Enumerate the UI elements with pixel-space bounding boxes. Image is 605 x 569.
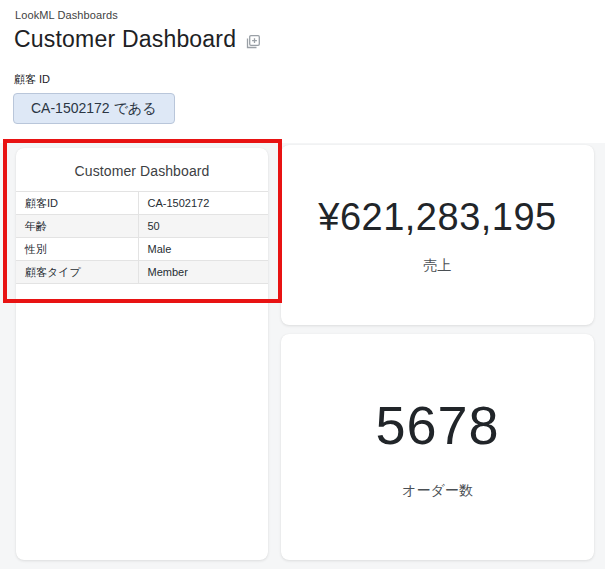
table-row: 年齢 50 <box>16 215 268 238</box>
sales-tile[interactable]: ¥621,283,195 売上 <box>281 145 594 325</box>
table-row: 顧客タイプ Member <box>16 261 268 284</box>
sales-label: 売上 <box>424 257 452 275</box>
tile-title: Customer Dashboard <box>16 148 268 191</box>
dashboard-header: LookML Dashboards Customer Dashboard 顧客 … <box>0 0 605 143</box>
orders-value: 5678 <box>375 394 499 456</box>
customer-detail-tile[interactable]: Customer Dashboard 顧客ID CA-1502172 年齢 50… <box>16 148 268 560</box>
row-label: 年齢 <box>16 215 138 238</box>
sales-value: ¥621,283,195 <box>318 196 556 239</box>
breadcrumb[interactable]: LookML Dashboards <box>15 9 118 21</box>
row-label: 性別 <box>16 238 138 261</box>
page-title: Customer Dashboard <box>14 26 236 53</box>
row-label: 顧客タイプ <box>16 261 138 284</box>
orders-tile[interactable]: 5678 オーダー数 <box>281 334 594 560</box>
copy-plus-icon[interactable] <box>245 34 261 50</box>
row-value: Member <box>138 261 268 284</box>
table-row: 顧客ID CA-1502172 <box>16 192 268 215</box>
row-label: 顧客ID <box>16 192 138 215</box>
row-value: Male <box>138 238 268 261</box>
filter-label: 顧客 ID <box>14 72 50 87</box>
row-value: CA-1502172 <box>138 192 268 215</box>
dashboard-canvas: Customer Dashboard 顧客ID CA-1502172 年齢 50… <box>0 143 605 569</box>
customer-detail-table: 顧客ID CA-1502172 年齢 50 性別 Male 顧客タイプ Memb… <box>16 191 268 284</box>
row-value: 50 <box>138 215 268 238</box>
filter-chip[interactable]: CA-1502172 である <box>13 93 175 124</box>
table-row: 性別 Male <box>16 238 268 261</box>
orders-label: オーダー数 <box>402 482 473 500</box>
